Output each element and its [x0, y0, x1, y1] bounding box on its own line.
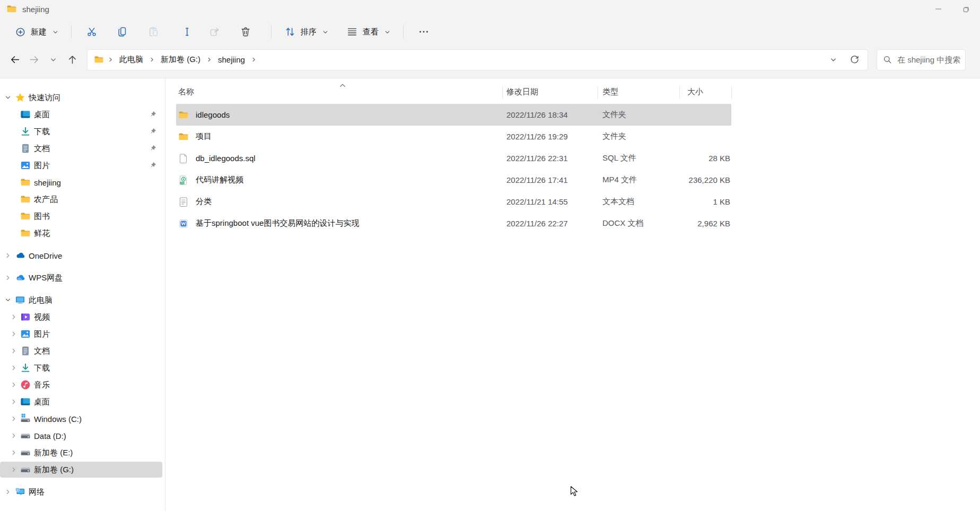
minimize-button[interactable] [925, 0, 952, 18]
chevron-down-icon [50, 56, 57, 63]
chevron-right-icon[interactable] [10, 433, 18, 439]
column-divider[interactable] [502, 86, 503, 99]
chevron-right-icon[interactable] [4, 252, 12, 259]
cut-button[interactable] [79, 22, 104, 42]
address-dropdown-button[interactable] [824, 51, 842, 68]
sidebar-item-此电脑[interactable]: 此电脑 [0, 292, 165, 309]
sidebar-item-Data (D:)[interactable]: Data (D:) [0, 427, 165, 444]
file-row-代码讲解视频[interactable]: 代码讲解视频2022/11/26 17:41MP4 文件236,220 KB [165, 169, 980, 191]
chevron-right-icon[interactable] [4, 489, 12, 495]
file-row-idlegoods[interactable]: idlegoods2022/11/26 18:34文件夹 [165, 104, 980, 126]
restore-button[interactable] [952, 0, 980, 18]
column-divider[interactable] [731, 86, 732, 99]
sidebar-item-label: 桌面 [34, 110, 50, 120]
refresh-button[interactable] [845, 51, 863, 68]
sidebar-item-shejiing[interactable]: shejiing [0, 174, 165, 191]
up-button[interactable] [63, 50, 82, 69]
download-icon [20, 126, 31, 137]
forward-button[interactable] [24, 50, 43, 69]
file-row-分类[interactable]: 分类2022/11/21 14:55文本文档1 KB [165, 191, 980, 213]
rename-button[interactable] [171, 22, 197, 42]
chevron-right-icon[interactable] [10, 466, 18, 473]
chevron-right-icon[interactable] [10, 416, 18, 422]
sidebar-item-图片[interactable]: 图片 [0, 325, 165, 342]
sidebar-item-新加卷 (E:)[interactable]: 新加卷 (E:) [0, 444, 165, 461]
desktop-icon [20, 397, 31, 407]
chevron-right-icon[interactable] [10, 382, 18, 388]
sidebar-item-文档[interactable]: 文档 [0, 342, 165, 359]
file-size-cell: 1 KB [672, 191, 730, 213]
sidebar-item-视频[interactable]: 视频 [0, 309, 165, 325]
sidebar-item-网络[interactable]: 网络 [0, 483, 165, 500]
sidebar-item-图书[interactable]: 图书 [0, 208, 165, 225]
address-bar[interactable]: 此电脑新加卷 (G:)shejiing [87, 49, 868, 71]
breadcrumb-separator-icon [149, 57, 155, 63]
sidebar-item-农产品[interactable]: 农产品 [0, 191, 165, 208]
minimize-icon [935, 6, 942, 12]
file-row-项目[interactable]: 项目2022/11/26 19:29文件夹 [165, 126, 980, 147]
chevron-right-icon[interactable] [4, 275, 12, 281]
pin-icon [150, 111, 157, 120]
sidebar-item-label: 农产品 [34, 195, 58, 205]
column-header-type[interactable]: 类型 [602, 87, 618, 97]
txt-icon [178, 197, 189, 207]
chevron-down-icon [322, 29, 328, 35]
recent-locations-button[interactable] [43, 50, 63, 69]
sidebar-item-音乐[interactable]: 音乐 [0, 376, 165, 393]
chevron-right-icon[interactable] [10, 365, 18, 371]
file-row-db_idlegoods.sql[interactable]: db_idlegoods.sql2022/11/26 22:31SQL 文件28… [165, 147, 980, 169]
share-button[interactable] [202, 22, 228, 42]
column-header-date[interactable]: 修改日期 [506, 87, 538, 97]
sidebar-item-文档[interactable]: 文档 [0, 140, 165, 157]
chevron-right-icon[interactable] [10, 399, 18, 405]
chevron-right-icon[interactable] [10, 314, 18, 320]
file-name-cell: idlegoods [178, 104, 496, 126]
file-row-基于springboot vue图书交易网站的设计与实现[interactable]: 基于springboot vue图书交易网站的设计与实现2022/11/26 2… [165, 213, 980, 234]
sort-button[interactable]: 排序 [279, 22, 334, 41]
file-rows: idlegoods2022/11/26 18:34文件夹项目2022/11/26… [165, 104, 980, 234]
chevron-down-icon [52, 29, 58, 35]
file-type-cell: 文件夹 [602, 104, 626, 126]
chevron-down-icon[interactable] [4, 297, 12, 303]
sidebar-item-快速访问[interactable]: 快速访问 [0, 89, 165, 106]
breadcrumb-item[interactable]: shejiing [214, 53, 249, 66]
copy-button[interactable] [110, 22, 135, 42]
drive-icon [20, 430, 31, 441]
sidebar-item-桌面[interactable]: 桌面 [0, 106, 165, 123]
sidebar-item-label: Windows (C:) [34, 415, 82, 424]
chevron-down-icon [830, 56, 837, 63]
chevron-down-icon[interactable] [4, 94, 12, 101]
delete-button[interactable] [233, 22, 258, 42]
sidebar-item-OneDrive[interactable]: OneDrive [0, 247, 165, 264]
column-divider[interactable] [598, 86, 598, 99]
sidebar-item-Windows (C:)[interactable]: Windows (C:) [0, 410, 165, 427]
sidebar-item-下载[interactable]: 下载 [0, 359, 165, 376]
folder-icon [20, 211, 31, 222]
sidebar-item-新加卷 (G:)[interactable]: 新加卷 (G:) [0, 461, 165, 478]
sidebar-item-图片[interactable]: 图片 [0, 157, 165, 174]
column-divider[interactable] [679, 86, 680, 99]
file-name: idlegoods [196, 110, 230, 119]
arrow-up-icon [67, 54, 78, 65]
chevron-right-icon[interactable] [10, 331, 18, 337]
more-button[interactable] [411, 22, 436, 42]
sidebar-item-桌面[interactable]: 桌面 [0, 393, 165, 410]
sidebar-item-鲜花[interactable]: 鲜花 [0, 225, 165, 242]
breadcrumb-item[interactable]: 新加卷 (G:) [156, 52, 205, 67]
breadcrumb-item[interactable]: 此电脑 [115, 52, 147, 67]
sidebar-item-label: 视频 [34, 312, 50, 322]
music-icon [20, 380, 31, 390]
pin-icon [150, 128, 157, 137]
file-name-cell: 代码讲解视频 [178, 169, 496, 191]
back-button[interactable] [5, 50, 24, 69]
column-header-name[interactable]: 名称 [178, 87, 194, 97]
chevron-right-icon[interactable] [10, 450, 18, 456]
chevron-right-icon[interactable] [10, 348, 18, 354]
sidebar-item-WPS网盘[interactable]: WPS网盘 [0, 269, 165, 286]
column-header-size[interactable]: 大小 [687, 87, 703, 97]
paste-button[interactable] [141, 22, 166, 42]
new-button[interactable]: 新建 [10, 23, 64, 41]
desktop-icon [20, 109, 31, 120]
view-button[interactable]: 查看 [341, 22, 396, 41]
sidebar-item-下载[interactable]: 下载 [0, 123, 165, 140]
